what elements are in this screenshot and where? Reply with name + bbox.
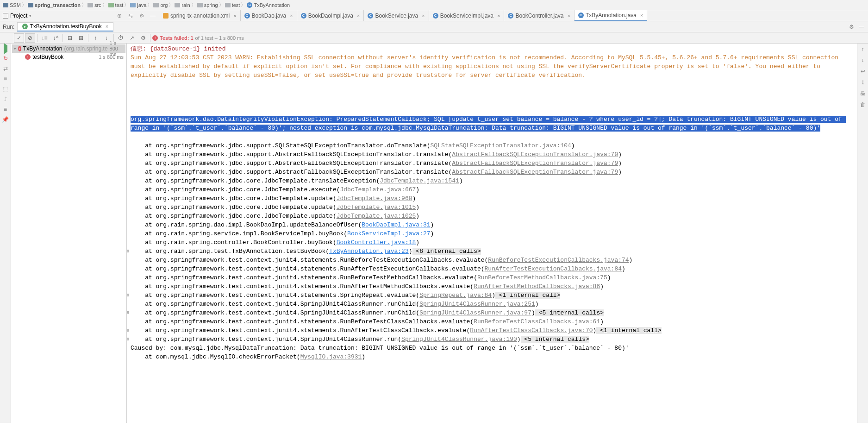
- breadcrumb-item[interactable]: spring: [197, 2, 218, 8]
- chevron-down-icon[interactable]: ▾: [14, 46, 16, 51]
- expand-all-icon[interactable]: ⊟: [65, 33, 75, 43]
- soft-wrap-icon[interactable]: ↩: [859, 68, 867, 75]
- source-link[interactable]: BookDaoImpl.java:31: [362, 221, 430, 228]
- editor-tab[interactable]: CBookDao.java×: [241, 10, 297, 21]
- fold-icon[interactable]: ⊞: [127, 326, 129, 335]
- project-label[interactable]: Project: [10, 13, 27, 19]
- locate-icon[interactable]: ⊕: [116, 12, 123, 19]
- xml-icon: [163, 13, 169, 19]
- console-line: at org.rain.spring.controller.BookContro…: [127, 238, 857, 247]
- close-icon[interactable]: ×: [640, 13, 643, 18]
- breadcrumb-item[interactable]: spring_transaction: [28, 2, 81, 8]
- source-link[interactable]: SpringJUnit4ClassRunner.java:251: [419, 301, 535, 308]
- source-link[interactable]: SpringJUnit4ClassRunner.java:190: [401, 336, 517, 343]
- console-line: at org.springframework.test.context.juni…: [127, 282, 857, 291]
- source-link[interactable]: AbstractFallbackSQLExceptionTranslator.j…: [452, 151, 618, 158]
- sort-alpha-icon[interactable]: ↓ᴬ: [50, 33, 61, 43]
- console-line: [127, 97, 857, 106]
- run-config-tab[interactable]: ▸ TxByAnnotation.testBuyBook ×: [17, 22, 113, 31]
- gear-icon[interactable]: ⚙: [138, 12, 145, 19]
- editor-tab[interactable]: CBookService.java×: [364, 10, 429, 21]
- toggle-pass-icon[interactable]: ✓: [14, 33, 24, 43]
- exit-icon[interactable]: ⤴: [2, 95, 9, 103]
- print-icon[interactable]: 🖶: [859, 90, 867, 97]
- console-output[interactable]: 信息: {dataSource-1} initedSun Aug 27 12:0…: [127, 44, 857, 423]
- source-link[interactable]: RunBeforeTestMethodCallbacks.java:75: [477, 274, 607, 281]
- source-link[interactable]: RunAfterTestExecutionCallbacks.java:84: [485, 265, 622, 272]
- close-icon[interactable]: ×: [422, 13, 425, 19]
- gear-icon[interactable]: ⚙: [138, 33, 148, 43]
- editor-tab[interactable]: CTxByAnnotation.java×: [575, 10, 648, 21]
- hide-icon[interactable]: —: [858, 23, 865, 31]
- prev-icon[interactable]: ↑: [90, 33, 100, 43]
- source-link[interactable]: SpringRepeat.java:84: [419, 292, 492, 299]
- expand-icon[interactable]: ⇆: [127, 12, 134, 19]
- breadcrumb-item[interactable]: src: [87, 2, 101, 8]
- source-link[interactable]: RunBeforeTestExecutionCallbacks.java:74: [488, 257, 629, 264]
- collapse-all-icon[interactable]: ⊞: [76, 33, 86, 43]
- breadcrumb-item[interactable]: java: [130, 2, 146, 8]
- source-link[interactable]: MysqlIO.java:3931: [300, 353, 362, 360]
- tree-root-row[interactable]: ▾ ! TxByAnnotation (org.rain.spring.te 1…: [12, 44, 125, 53]
- breadcrumb-label: TxByAnnotation: [254, 2, 290, 8]
- chevron-down-icon[interactable]: ▾: [29, 13, 31, 18]
- fold-icon[interactable]: ⊞: [127, 247, 129, 256]
- scroll-up-icon[interactable]: ↑: [859, 45, 867, 53]
- clear-icon[interactable]: 🗑: [859, 101, 867, 108]
- test-tree[interactable]: ▾ ! TxByAnnotation (org.rain.spring.te 1…: [11, 44, 127, 423]
- breadcrumb-item[interactable]: SSM: [3, 2, 21, 8]
- source-link[interactable]: RunAfterTestClassCallbacks.java:70: [470, 327, 593, 334]
- close-icon[interactable]: ×: [568, 13, 570, 19]
- gear-icon[interactable]: ⚙: [848, 23, 855, 31]
- scroll-to-end-icon[interactable]: ⤓: [859, 79, 867, 86]
- tree-child-row[interactable]: ! testBuyBook 1 s 800 ms: [12, 53, 125, 61]
- breadcrumb-item[interactable]: org: [153, 2, 168, 8]
- rerun-icon[interactable]: [4, 45, 7, 52]
- stop-icon[interactable]: ■: [2, 75, 9, 82]
- source-link[interactable]: RunBeforeTestClassCallbacks.java:61: [474, 318, 600, 325]
- close-icon[interactable]: ×: [233, 13, 236, 19]
- fold-icon[interactable]: ⊞: [127, 335, 129, 344]
- source-link[interactable]: BookController.java:18: [337, 239, 416, 246]
- breadcrumb-item[interactable]: test: [225, 2, 240, 8]
- rerun-failed-icon[interactable]: ↻: [2, 55, 9, 62]
- breadcrumb-item[interactable]: test: [108, 2, 124, 8]
- close-icon[interactable]: ×: [497, 13, 500, 19]
- test-pass-icon: ▸: [22, 24, 28, 29]
- source-link[interactable]: JdbcTemplate.java:667: [340, 186, 416, 193]
- fold-icon[interactable]: ⊞: [127, 291, 129, 300]
- source-link[interactable]: SQLStateSQLExceptionTranslator.java:104: [431, 142, 571, 149]
- breadcrumb-item[interactable]: CTxByAnnotation: [247, 2, 290, 8]
- toggle-ignore-icon[interactable]: ⊘: [25, 33, 35, 43]
- source-link[interactable]: BookServiceImpl.java:27: [347, 230, 430, 237]
- editor-tab[interactable]: CBookController.java×: [504, 10, 575, 21]
- scroll-down-icon[interactable]: ↓: [859, 57, 867, 64]
- layout-icon[interactable]: ≡: [2, 106, 9, 113]
- source-link[interactable]: RunAfterTestMethodCallbacks.java:86: [474, 283, 600, 290]
- hide-icon[interactable]: —: [149, 12, 156, 19]
- source-link[interactable]: AbstractFallbackSQLExceptionTranslator.j…: [452, 169, 618, 176]
- editor-tab[interactable]: CBookServiceImpl.java×: [429, 10, 505, 21]
- source-link[interactable]: JdbcTemplate.java:1015: [337, 204, 416, 211]
- breadcrumb-item[interactable]: rain: [175, 2, 190, 8]
- close-icon[interactable]: ×: [106, 24, 108, 29]
- editor-tab[interactable]: CBookDaoImpl.java×: [297, 10, 364, 21]
- pin-icon[interactable]: 📌: [2, 116, 9, 123]
- toggle-auto-icon[interactable]: ⇄: [2, 65, 9, 72]
- run-label: Run:: [3, 24, 14, 30]
- console-line: at org.springframework.test.context.juni…: [127, 273, 857, 282]
- class-icon: C: [244, 13, 250, 19]
- source-link[interactable]: AbstractFallbackSQLExceptionTranslator.j…: [452, 160, 618, 167]
- close-icon[interactable]: ×: [290, 13, 293, 19]
- source-link[interactable]: SpringJUnit4ClassRunner.java:97: [419, 309, 531, 316]
- source-link[interactable]: JdbcTemplate.java:960: [337, 195, 412, 202]
- source-link[interactable]: JdbcTemplate.java:1541: [380, 177, 459, 184]
- fold-icon[interactable]: ⊞: [127, 308, 129, 317]
- sort-down-icon[interactable]: ↓≡: [39, 33, 50, 43]
- dump-icon[interactable]: ⬚: [2, 85, 9, 93]
- source-link[interactable]: JdbcTemplate.java:1025: [337, 213, 416, 220]
- close-icon[interactable]: ×: [357, 13, 360, 19]
- editor-tab[interactable]: spring-tx-annotation.xml×: [159, 10, 241, 21]
- source-link[interactable]: TxByAnnotation.java:23: [329, 248, 409, 255]
- export-icon[interactable]: ↗: [127, 33, 137, 43]
